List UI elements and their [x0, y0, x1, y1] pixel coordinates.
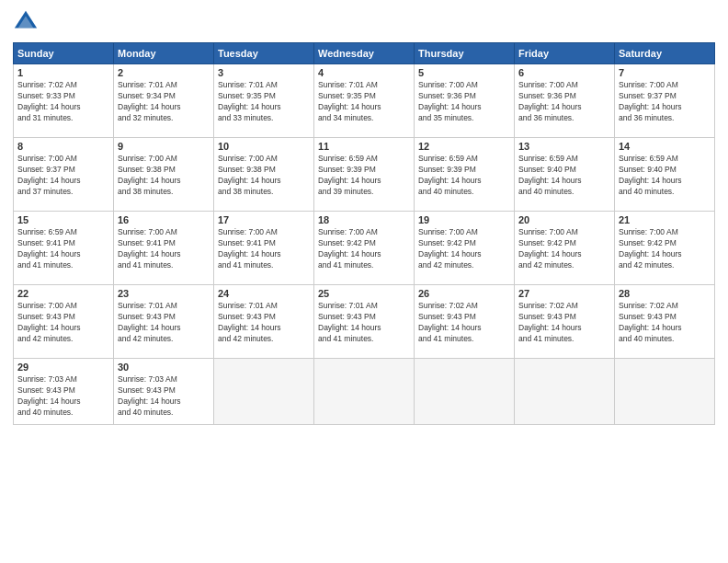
day-number: 3	[218, 67, 310, 78]
calendar-cell	[615, 359, 715, 425]
calendar-cell: 22Sunrise: 7:00 AMSunset: 9:43 PMDayligh…	[14, 285, 114, 359]
cell-text-line: and 41 minutes.	[418, 334, 510, 345]
calendar-cell	[314, 359, 415, 425]
calendar-cell: 21Sunrise: 7:00 AMSunset: 9:42 PMDayligh…	[615, 212, 715, 285]
calendar-cell: 17Sunrise: 7:00 AMSunset: 9:41 PMDayligh…	[214, 212, 314, 285]
calendar-cell: 24Sunrise: 7:01 AMSunset: 9:43 PMDayligh…	[214, 285, 314, 359]
cell-text-line: Sunrise: 7:03 AM	[17, 374, 109, 385]
cell-text-line: Sunrise: 7:00 AM	[619, 80, 711, 91]
day-number: 12	[418, 141, 510, 152]
cell-text-line: and 42 minutes.	[118, 334, 210, 345]
day-number: 24	[218, 288, 310, 299]
calendar-cell: 2Sunrise: 7:01 AMSunset: 9:34 PMDaylight…	[114, 64, 214, 138]
cell-text-line: Daylight: 14 hours	[619, 323, 711, 334]
calendar-week-row: 29Sunrise: 7:03 AMSunset: 9:43 PMDayligh…	[14, 359, 715, 425]
day-number: 8	[17, 141, 109, 152]
cell-text-line: Sunset: 9:41 PM	[17, 238, 109, 249]
cell-text-line: and 40 minutes.	[418, 187, 510, 198]
calendar-cell: 3Sunrise: 7:01 AMSunset: 9:35 PMDaylight…	[214, 64, 314, 138]
cell-text-line: Daylight: 14 hours	[518, 323, 610, 334]
cell-text-line: and 40 minutes.	[619, 187, 711, 198]
calendar-cell: 4Sunrise: 7:01 AMSunset: 9:35 PMDaylight…	[314, 64, 415, 138]
calendar-cell: 20Sunrise: 7:00 AMSunset: 9:42 PMDayligh…	[515, 212, 615, 285]
cell-text-line: and 41 minutes.	[318, 334, 410, 345]
cell-text-line: and 42 minutes.	[17, 334, 109, 345]
calendar-cell: 6Sunrise: 7:00 AMSunset: 9:36 PMDaylight…	[515, 64, 615, 138]
calendar-week-row: 8Sunrise: 7:00 AMSunset: 9:37 PMDaylight…	[14, 138, 715, 212]
cell-text-line: and 40 minutes.	[118, 408, 210, 419]
cell-text-line: Sunset: 9:39 PM	[318, 165, 410, 176]
cell-text-line: Sunset: 9:41 PM	[118, 238, 210, 249]
calendar-header-cell: Saturday	[615, 43, 715, 64]
cell-text-line: Sunrise: 6:59 AM	[518, 154, 610, 165]
calendar-cell: 18Sunrise: 7:00 AMSunset: 9:42 PMDayligh…	[314, 212, 415, 285]
cell-text-line: Sunset: 9:36 PM	[518, 91, 610, 102]
cell-text-line: Daylight: 14 hours	[418, 323, 510, 334]
cell-text-line: Sunset: 9:37 PM	[619, 91, 711, 102]
day-number: 18	[318, 214, 410, 225]
day-number: 16	[118, 214, 210, 225]
day-number: 27	[518, 288, 610, 299]
cell-text-line: and 32 minutes.	[118, 113, 210, 124]
cell-text-line: Sunrise: 7:01 AM	[118, 301, 210, 312]
day-number: 19	[418, 214, 510, 225]
cell-text-line: and 41 minutes.	[218, 260, 310, 271]
day-number: 30	[118, 362, 210, 373]
cell-text-line: Daylight: 14 hours	[218, 176, 310, 187]
calendar-cell: 15Sunrise: 6:59 AMSunset: 9:41 PMDayligh…	[14, 212, 114, 285]
cell-text-line: Sunrise: 7:01 AM	[218, 301, 310, 312]
calendar-header-row: SundayMondayTuesdayWednesdayThursdayFrid…	[14, 43, 715, 64]
cell-text-line: Sunrise: 6:59 AM	[318, 154, 410, 165]
cell-text-line: and 42 minutes.	[619, 260, 711, 271]
day-number: 14	[619, 141, 711, 152]
cell-text-line: Sunrise: 7:01 AM	[318, 80, 410, 91]
cell-text-line: Daylight: 14 hours	[17, 396, 109, 408]
cell-text-line: and 37 minutes.	[17, 187, 109, 198]
calendar-cell: 10Sunrise: 7:00 AMSunset: 9:38 PMDayligh…	[214, 138, 314, 212]
calendar-header-cell: Sunday	[14, 43, 114, 64]
day-number: 6	[518, 67, 610, 78]
cell-text-line: Daylight: 14 hours	[518, 102, 610, 113]
cell-text-line: Sunrise: 7:00 AM	[118, 227, 210, 238]
cell-text-line: Sunset: 9:35 PM	[218, 91, 310, 102]
calendar-cell: 14Sunrise: 6:59 AMSunset: 9:40 PMDayligh…	[615, 138, 715, 212]
logo-icon	[13, 9, 39, 35]
cell-text-line: Sunset: 9:43 PM	[418, 312, 510, 323]
calendar-header-cell: Tuesday	[214, 43, 314, 64]
calendar-cell: 26Sunrise: 7:02 AMSunset: 9:43 PMDayligh…	[415, 285, 515, 359]
day-number: 9	[118, 141, 210, 152]
day-number: 1	[17, 67, 109, 78]
cell-text-line: and 41 minutes.	[17, 260, 109, 271]
calendar-cell	[214, 359, 314, 425]
cell-text-line: Daylight: 14 hours	[118, 249, 210, 260]
cell-text-line: Daylight: 14 hours	[218, 102, 310, 113]
cell-text-line: Daylight: 14 hours	[518, 176, 610, 187]
calendar-cell: 11Sunrise: 6:59 AMSunset: 9:39 PMDayligh…	[314, 138, 415, 212]
cell-text-line: Sunrise: 6:59 AM	[17, 227, 109, 238]
cell-text-line: Daylight: 14 hours	[318, 176, 410, 187]
calendar-cell	[515, 359, 615, 425]
cell-text-line: Sunrise: 6:59 AM	[619, 154, 711, 165]
cell-text-line: Daylight: 14 hours	[619, 249, 711, 260]
cell-text-line: Daylight: 14 hours	[218, 323, 310, 334]
day-number: 23	[118, 288, 210, 299]
day-number: 2	[118, 67, 210, 78]
cell-text-line: and 38 minutes.	[218, 187, 310, 198]
calendar-cell: 30Sunrise: 7:03 AMSunset: 9:43 PMDayligh…	[114, 359, 214, 425]
cell-text-line: Sunrise: 7:02 AM	[619, 301, 711, 312]
cell-text-line: Sunrise: 6:59 AM	[418, 154, 510, 165]
cell-text-line: and 34 minutes.	[318, 113, 410, 124]
calendar-body: 1Sunrise: 7:02 AMSunset: 9:33 PMDaylight…	[14, 64, 715, 425]
cell-text-line: Sunrise: 7:00 AM	[518, 227, 610, 238]
cell-text-line: Daylight: 14 hours	[619, 176, 711, 187]
calendar-week-row: 22Sunrise: 7:00 AMSunset: 9:43 PMDayligh…	[14, 285, 715, 359]
calendar-cell	[415, 359, 515, 425]
cell-text-line: Daylight: 14 hours	[418, 176, 510, 187]
cell-text-line: Daylight: 14 hours	[619, 102, 711, 113]
cell-text-line: Daylight: 14 hours	[118, 396, 210, 408]
header	[13, 9, 715, 35]
cell-text-line: Daylight: 14 hours	[518, 249, 610, 260]
cell-text-line: Daylight: 14 hours	[118, 176, 210, 187]
day-number: 13	[518, 141, 610, 152]
calendar-cell: 7Sunrise: 7:00 AMSunset: 9:37 PMDaylight…	[615, 64, 715, 138]
